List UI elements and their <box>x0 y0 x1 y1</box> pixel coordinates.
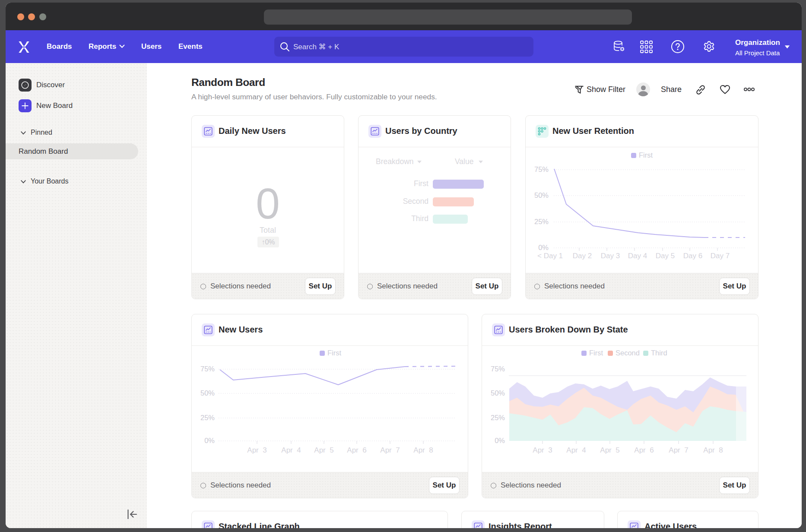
svg-text:50%: 50% <box>200 389 215 397</box>
svg-text:Apr 6: Apr 6 <box>347 446 366 454</box>
svg-text:Second: Second <box>616 349 640 357</box>
svg-text:75%: 75% <box>491 365 505 373</box>
svg-text:Apr 3: Apr 3 <box>533 446 552 454</box>
svg-text:Apr 5: Apr 5 <box>314 446 333 454</box>
svg-text:25%: 25% <box>491 414 505 421</box>
svg-text:First: First <box>327 349 341 357</box>
svg-text:75%: 75% <box>200 365 215 373</box>
svg-text:Apr 7: Apr 7 <box>380 446 400 454</box>
svg-text:Apr 8: Apr 8 <box>703 446 723 454</box>
svg-text:50%: 50% <box>491 389 505 397</box>
svg-text:0%: 0% <box>204 437 215 444</box>
svg-text:25%: 25% <box>534 218 549 225</box>
svg-text:Apr 4: Apr 4 <box>281 446 301 454</box>
svg-text:50%: 50% <box>534 191 549 199</box>
svg-text:75%: 75% <box>534 165 549 173</box>
svg-text:Apr 6: Apr 6 <box>634 446 654 454</box>
svg-text:< Day 1: < Day 1 <box>537 252 563 260</box>
svg-text:Apr 3: Apr 3 <box>247 446 267 454</box>
svg-text:0%: 0% <box>495 437 505 444</box>
svg-text:Day 2: Day 2 <box>573 252 592 260</box>
svg-text:Day 5: Day 5 <box>656 252 675 260</box>
svg-text:Day 6: Day 6 <box>683 252 702 260</box>
svg-text:First: First <box>639 151 653 159</box>
svg-text:Day 3: Day 3 <box>601 252 620 260</box>
svg-text:25%: 25% <box>200 414 215 421</box>
svg-text:0%: 0% <box>538 244 549 251</box>
svg-text:Apr 4: Apr 4 <box>566 446 586 454</box>
svg-text:Day 7: Day 7 <box>711 252 730 260</box>
svg-text:First: First <box>589 349 603 357</box>
svg-text:Third: Third <box>651 349 667 357</box>
svg-text:Day 4: Day 4 <box>628 252 647 260</box>
svg-text:Apr 7: Apr 7 <box>669 446 688 454</box>
svg-text:Apr 5: Apr 5 <box>600 446 619 454</box>
svg-text:Apr 8: Apr 8 <box>413 446 433 454</box>
